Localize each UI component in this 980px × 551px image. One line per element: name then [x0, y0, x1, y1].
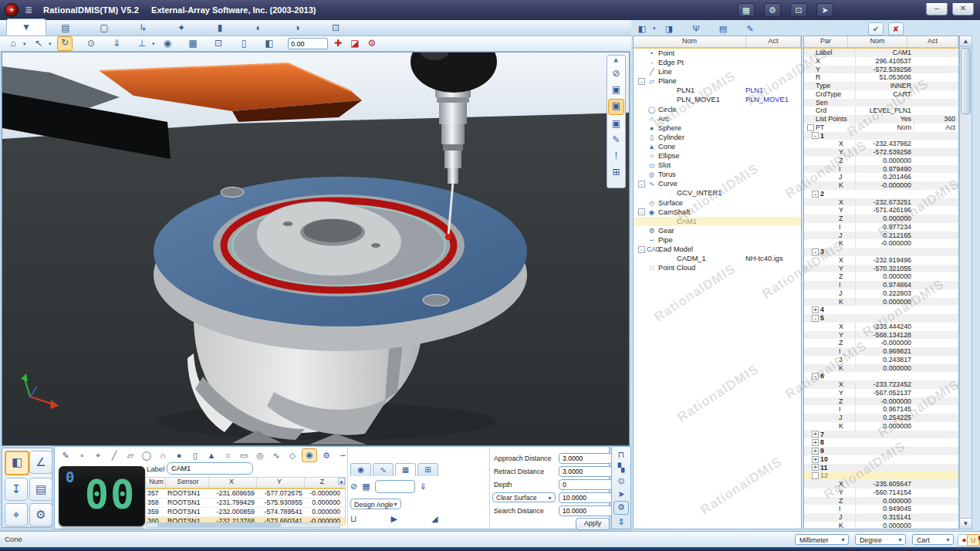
dropdown-caret-icon[interactable]: ▾: [653, 25, 658, 32]
expander[interactable]: [830, 298, 837, 305]
expander[interactable]: [830, 232, 837, 238]
plane-icon[interactable]: ▱: [123, 449, 137, 461]
probe-button[interactable]: ↧: [5, 478, 28, 501]
tree-item[interactable]: ⚙ Gear: [634, 226, 801, 235]
expander[interactable]: [830, 224, 837, 231]
property-row[interactable]: +9: [804, 447, 958, 455]
expander[interactable]: -: [638, 181, 645, 188]
camshaft-icon[interactable]: ◉: [302, 448, 317, 462]
expander[interactable]: [830, 505, 837, 512]
property-row[interactable]: Label CAM1: [804, 49, 958, 57]
expander[interactable]: [807, 49, 814, 56]
expander[interactable]: [638, 59, 645, 66]
property-row[interactable]: CrdType CART: [804, 90, 958, 99]
expander[interactable]: -: [812, 373, 819, 380]
tree-item[interactable]: PLN_MOVE1 PLN_MOVE1: [634, 95, 801, 104]
expander[interactable]: [638, 115, 645, 122]
col-y[interactable]: Y: [257, 478, 305, 488]
expander[interactable]: -: [638, 246, 645, 253]
property-row[interactable]: J 0.243817: [804, 356, 958, 364]
property-row[interactable]: X -235.605647: [804, 480, 958, 488]
property-row[interactable]: -1: [804, 132, 958, 140]
expander[interactable]: [638, 265, 645, 272]
scroll-thumb[interactable]: [961, 48, 971, 114]
props-col-par[interactable]: Par: [804, 36, 848, 47]
expander[interactable]: [830, 290, 837, 297]
property-row[interactable]: Y -572.539258: [804, 148, 958, 157]
expander[interactable]: [638, 106, 645, 113]
property-row[interactable]: Y -570.321055: [804, 265, 958, 273]
property-row[interactable]: +10: [804, 455, 958, 464]
property-row[interactable]: J 0.212165: [804, 232, 958, 240]
expander[interactable]: [830, 390, 837, 397]
expander[interactable]: [830, 381, 837, 388]
property-row[interactable]: I 0.967145: [804, 405, 958, 414]
table-row[interactable]: 357 ROOTSN1 -231.609659 -577.072675 -0.0…: [146, 489, 345, 499]
select-cursor-icon[interactable]: ↖: [32, 37, 46, 50]
expander[interactable]: [638, 227, 645, 234]
property-row[interactable]: K 0.000000: [804, 422, 958, 431]
erase-points-icon[interactable]: ⊘: [350, 482, 357, 492]
label-input[interactable]: [167, 462, 253, 475]
sensor-tab-icon[interactable]: ▮: [201, 20, 239, 35]
tree-item[interactable]: ∷ Point Cloud: [634, 263, 801, 272]
cube-cursor-icon[interactable]: ◪: [348, 37, 362, 50]
expander[interactable]: [830, 174, 837, 181]
scroll-up-icon[interactable]: ▲: [960, 36, 972, 47]
probe-corner-icon[interactable]: ◢: [431, 514, 438, 524]
cylinder-view-icon[interactable]: ▯: [237, 37, 251, 50]
point-count-input[interactable]: [375, 480, 415, 493]
property-row[interactable]: X -233.444240: [804, 323, 958, 331]
pin-icon[interactable]: ➤: [612, 58, 620, 64]
layers-tab-icon[interactable]: ✦: [162, 20, 201, 35]
zoom-probe-icon[interactable]: ⊙: [614, 475, 628, 487]
expander[interactable]: +: [812, 306, 819, 313]
close-button[interactable]: ✕: [952, 3, 974, 15]
expander[interactable]: [830, 348, 837, 355]
property-row[interactable]: Y -568.134128: [804, 331, 958, 340]
table-scroll-up-button[interactable]: ▲: [338, 478, 345, 485]
point-icon[interactable]: ∘: [75, 449, 89, 461]
expander[interactable]: [830, 481, 837, 488]
property-row[interactable]: 12: [804, 472, 958, 480]
property-row[interactable]: -3: [804, 248, 958, 256]
expander[interactable]: [830, 397, 837, 404]
expander[interactable]: +: [812, 439, 819, 446]
expander[interactable]: [638, 236, 645, 243]
property-row[interactable]: I 0.979490: [804, 165, 958, 174]
expander[interactable]: [830, 198, 837, 205]
gears-icon[interactable]: ⚙: [365, 37, 379, 50]
expander[interactable]: [657, 96, 664, 103]
probe-pick-icon[interactable]: ▣: [608, 99, 624, 115]
clear-surface-dropdown[interactable]: Clear Surface ▼: [492, 492, 556, 502]
probe-select-icon[interactable]: ▣: [609, 83, 623, 97]
property-row[interactable]: X -232.437962: [804, 140, 958, 148]
edge-point-icon[interactable]: ⌖: [91, 449, 105, 461]
viewport-3d[interactable]: [2, 52, 630, 446]
base-tool-icon[interactable]: ⊔: [350, 514, 357, 524]
tree-item[interactable]: CADM_1 NH-tc40.igs: [634, 254, 801, 263]
disc-tab-icon[interactable]: ◑: [278, 20, 316, 35]
property-row[interactable]: Z 0.000000: [804, 215, 958, 223]
expander[interactable]: [830, 207, 837, 214]
property-row[interactable]: Y -560.714154: [804, 488, 958, 497]
probe-disable-icon[interactable]: ⊘: [609, 66, 623, 81]
col-z[interactable]: Z: [305, 478, 342, 488]
apply-button[interactable]: Apply: [576, 518, 610, 530]
property-row[interactable]: +4: [804, 306, 958, 314]
gear-icon[interactable]: ⚙: [319, 449, 333, 461]
tree-item[interactable]: GCV_INTER1: [634, 188, 801, 198]
expander[interactable]: +: [812, 448, 819, 455]
dropdown-caret-icon[interactable]: ▾: [23, 41, 29, 47]
feature-cube-icon[interactable]: ◧: [636, 23, 648, 35]
expander[interactable]: [830, 240, 837, 247]
tree-item[interactable]: - ▱ Plane: [634, 76, 801, 86]
expander[interactable]: [830, 265, 837, 272]
expander[interactable]: [638, 134, 645, 140]
retract-distance-input[interactable]: [559, 466, 613, 477]
property-row[interactable]: +8: [804, 438, 958, 447]
expander[interactable]: -: [638, 208, 645, 215]
property-row[interactable]: -5: [804, 314, 958, 323]
sensor-mode-tab[interactable]: ◉: [350, 463, 371, 476]
expander[interactable]: [657, 218, 664, 225]
